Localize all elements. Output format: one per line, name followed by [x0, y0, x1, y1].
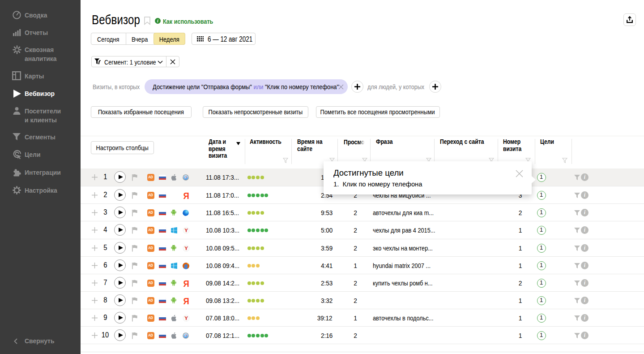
svg-text:Y: Y: [184, 246, 188, 251]
svg-text:Y: Y: [184, 315, 188, 321]
svg-text:Y: Y: [184, 228, 188, 233]
